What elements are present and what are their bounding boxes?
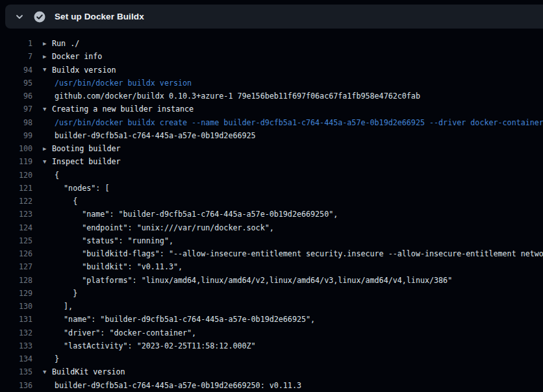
log-line: 122 { [0,195,543,208]
log-line: 130 ], [0,300,543,313]
output-text: builder-d9cfb5a1-c764-445a-a57e-0b19d2e6… [55,381,301,390]
line-number[interactable]: 7 [0,52,32,61]
group-title: BuildKit version [52,367,125,376]
output-text: "nodes": [ [55,184,109,193]
log-line: 95/usr/bin/docker buildx version [0,77,543,90]
log-view[interactable]: 1▶Run ./7▶Docker info94▼Buildx version95… [0,29,543,392]
line-number[interactable]: 121 [0,184,32,193]
output-text: "platforms": "linux/amd64,linux/amd64/v2… [55,276,452,285]
line-number[interactable]: 134 [0,354,32,363]
line-number[interactable]: 130 [0,302,32,311]
command-text: /usr/bin/docker buildx version [55,79,192,88]
line-number[interactable]: 98 [0,118,32,127]
log-line: 136builder-d9cfb5a1-c764-445a-a57e-0b19d… [0,379,543,392]
group-title: Inspect builder [52,157,121,166]
line-number[interactable]: 94 [0,66,32,75]
group-expanded-arrow-icon[interactable]: ▼ [43,106,51,112]
output-text: "name": "builder-d9cfb5a1-c764-445a-a57e… [55,315,315,324]
output-text: "buildkitd-flags": "--allow-insecure-ent… [55,249,543,258]
group-title: Docker info [52,52,102,61]
group-title: Creating a new builder instance [52,104,194,114]
line-number[interactable]: 120 [0,171,32,180]
log-line: 123 "name": "builder-d9cfb5a1-c764-445a-… [0,208,543,221]
line-number[interactable]: 124 [0,223,32,232]
line-number[interactable]: 96 [0,92,32,101]
output-text: "endpoint": "unix:///var/run/docker.sock… [55,223,274,232]
line-number[interactable]: 133 [0,341,32,350]
log-group-row[interactable]: 135▼BuildKit version [0,365,543,378]
line-number[interactable]: 125 [0,236,32,245]
log-line: 128 "platforms": "linux/amd64,linux/amd6… [0,274,543,287]
output-text: "driver": "docker-container", [55,328,196,337]
collapse-step-button[interactable] [13,10,26,23]
output-text: "lastActivity": "2023-02-25T11:58:12.000… [55,341,256,350]
line-number[interactable]: 135 [0,367,32,376]
line-number[interactable]: 132 [0,328,32,337]
log-line: 132 "driver": "docker-container", [0,326,543,339]
line-number[interactable]: 97 [0,104,32,114]
group-title: Buildx version [52,66,116,75]
line-number[interactable]: 126 [0,249,32,258]
chevron-down-icon [16,13,23,21]
log-line: 131 "name": "builder-d9cfb5a1-c764-445a-… [0,313,543,326]
line-number[interactable]: 123 [0,210,32,219]
log-line: 99builder-d9cfb5a1-c764-445a-a57e-0b19d2… [0,129,543,142]
step-success-check-circle-icon [34,11,45,23]
group-expanded-arrow-icon[interactable]: ▼ [43,67,51,73]
group-expanded-arrow-icon[interactable]: ▼ [43,159,51,165]
line-number[interactable]: 99 [0,131,32,140]
group-title: Booting builder [52,144,121,153]
log-line: 121 "nodes": [ [0,182,543,195]
output-text: { [55,197,77,206]
log-group-row[interactable]: 7▶Docker info [0,50,543,63]
output-text: "buildkit": "v0.11.3", [55,262,183,271]
step-title: Set up Docker Buildx [55,12,144,21]
command-text: /usr/bin/docker buildx create --name bui… [55,118,543,127]
line-number[interactable]: 100 [0,144,32,153]
log-line: 120{ [0,169,543,182]
group-collapsed-arrow-icon[interactable]: ▶ [43,146,51,152]
line-number[interactable]: 122 [0,197,32,206]
output-text: "name": "builder-d9cfb5a1-c764-445a-a57e… [55,210,338,219]
line-number[interactable]: 95 [0,79,32,88]
line-number[interactable]: 1 [0,39,32,48]
log-group-row[interactable]: 94▼Buildx version [0,64,543,77]
log-line: 126 "buildkitd-flags": "--allow-insecure… [0,247,543,260]
log-line: 133 "lastActivity": "2023-02-25T11:58:12… [0,339,543,352]
line-number[interactable]: 136 [0,381,32,390]
log-line: 125 "status": "running", [0,234,543,247]
log-line: 134} [0,352,543,365]
group-title: Run ./ [52,39,79,48]
group-collapsed-arrow-icon[interactable]: ▶ [43,41,51,47]
line-number[interactable]: 129 [0,289,32,298]
output-text: } [55,289,77,298]
step-header[interactable]: Set up Docker Buildx [5,5,543,29]
group-collapsed-arrow-icon[interactable]: ▶ [43,54,51,60]
output-text: { [55,171,59,180]
log-group-row[interactable]: 119▼Inspect builder [0,155,543,168]
log-line: 127 "buildkit": "v0.11.3", [0,260,543,273]
log-line: 124 "endpoint": "unix:///var/run/docker.… [0,221,543,234]
group-expanded-arrow-icon[interactable]: ▼ [43,369,51,375]
log-group-row[interactable]: 100▶Booting builder [0,142,543,155]
log-line: 96github.com/docker/buildx 0.10.3+azure-… [0,90,543,103]
log-group-row[interactable]: 97▼Creating a new builder instance [0,103,543,116]
output-text: "status": "running", [55,236,173,245]
line-number[interactable]: 128 [0,276,32,285]
line-number[interactable]: 127 [0,262,32,271]
log-line: 129 } [0,287,543,300]
log-line: 98/usr/bin/docker buildx create --name b… [0,116,543,129]
line-number[interactable]: 131 [0,315,32,324]
output-text: ], [55,302,73,311]
output-text: builder-d9cfb5a1-c764-445a-a57e-0b19d2e6… [55,131,256,140]
output-text: github.com/docker/buildx 0.10.3+azure-1 … [55,92,420,101]
log-group-row[interactable]: 1▶Run ./ [0,37,543,50]
output-text: } [55,354,59,363]
line-number[interactable]: 119 [0,157,32,166]
